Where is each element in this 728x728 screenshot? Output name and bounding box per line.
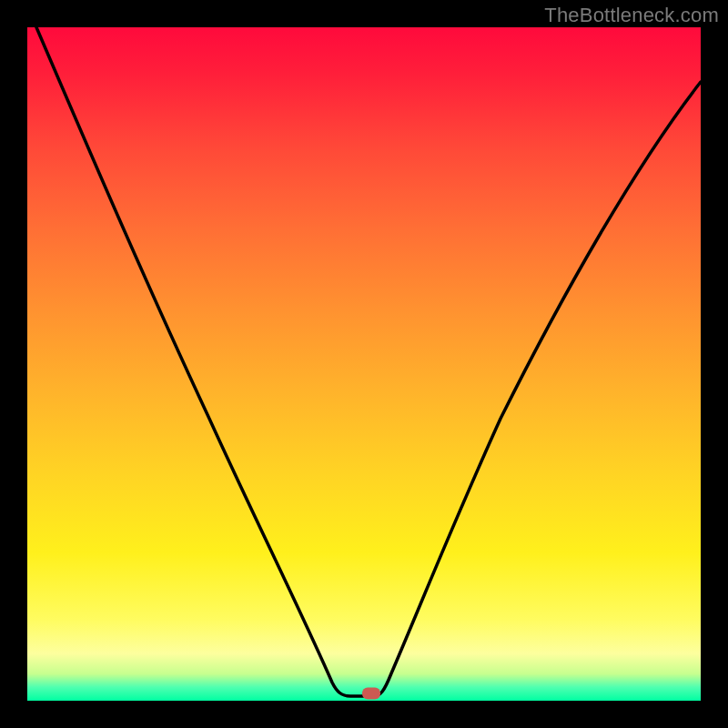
optimal-marker <box>362 688 380 700</box>
bottleneck-curve <box>27 27 701 701</box>
plot-area <box>27 27 701 701</box>
watermark-text: TheBottleneck.com <box>544 4 719 27</box>
curve-path <box>36 27 701 696</box>
chart-frame: TheBottleneck.com <box>0 0 728 728</box>
